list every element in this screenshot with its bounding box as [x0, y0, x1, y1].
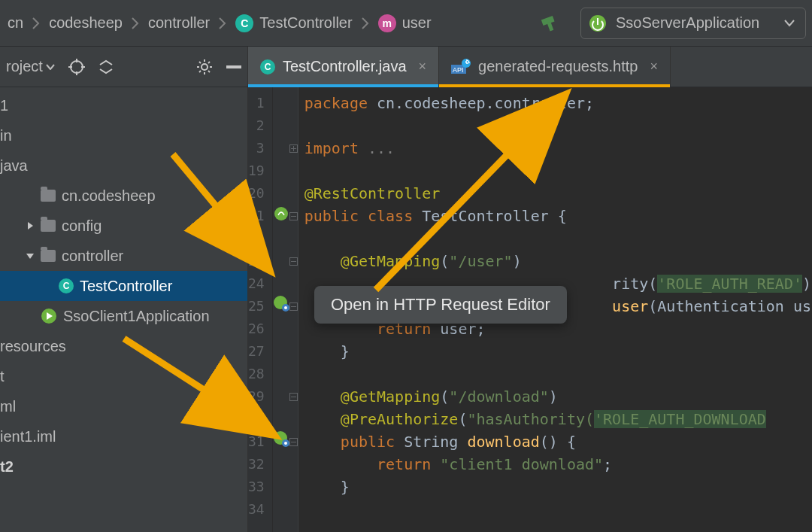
line-number: 25: [248, 295, 265, 318]
svg-line-16: [208, 62, 210, 63]
fold-toggle-icon[interactable]: [289, 212, 298, 220]
tree-row[interactable]: 1: [0, 90, 247, 120]
fold-toggle-icon[interactable]: [289, 438, 298, 446]
run-config-label: SsoServerApplication: [616, 14, 759, 32]
chevron-right-icon: [29, 17, 43, 29]
tree-row[interactable]: SsoClient1Application: [0, 301, 247, 331]
build-hammer-icon[interactable]: [538, 13, 561, 34]
run-config-selector[interactable]: SsoServerApplication: [580, 8, 806, 39]
code-line: package cn.codesheep.controller;: [304, 94, 594, 112]
svg-line-15: [199, 71, 201, 72]
spring-boot-icon: [589, 14, 607, 32]
chevron-down-icon: [46, 64, 55, 70]
code-line: import ...: [304, 139, 395, 157]
line-number: 21: [248, 205, 265, 227]
tree-label: t2: [0, 458, 14, 476]
code-line: @GetMapping("/download"): [304, 388, 558, 406]
fold-toggle-icon[interactable]: [289, 144, 298, 153]
tree-label: controller: [62, 248, 123, 265]
project-tool-label[interactable]: roject: [6, 58, 55, 75]
chevron-right-icon: [359, 17, 372, 29]
svg-line-13: [199, 62, 201, 63]
tree-label: 1: [0, 97, 8, 114]
editor-tabs: C TestController.java × API generated-re…: [248, 47, 812, 87]
line-number: 23: [248, 250, 265, 272]
code-line: return "client1 download";: [304, 455, 612, 473]
line-number: 24: [248, 272, 265, 295]
svg-text:API: API: [453, 66, 464, 74]
gear-icon[interactable]: [196, 59, 213, 75]
hide-icon[interactable]: [226, 65, 241, 68]
chevron-right-icon: [129, 17, 142, 29]
tree-row[interactable]: controller: [0, 241, 247, 271]
tree-row[interactable]: t: [0, 361, 247, 391]
gutter-tooltip: Open in HTTP Request Editor: [314, 286, 567, 324]
spring-bean-icon[interactable]: [274, 205, 289, 227]
tree-row[interactable]: config: [0, 211, 247, 241]
svg-point-28: [284, 306, 287, 309]
folder-icon: [41, 250, 56, 262]
spring-endpoint-icon[interactable]: [273, 295, 289, 318]
chevron-down-icon: [784, 20, 795, 27]
breadcrumb-item[interactable]: m user: [374, 13, 436, 34]
tree-label: SsoClient1Application: [63, 308, 210, 325]
svg-point-3: [71, 61, 83, 73]
line-number: 32: [248, 453, 265, 476]
breadcrumb-item[interactable]: C TestController: [231, 13, 356, 34]
tree-row[interactable]: java: [0, 150, 247, 181]
project-tool-text: roject: [6, 58, 43, 75]
code-line: }: [304, 478, 350, 496]
top-toolbar: cn codesheep controller C TestController…: [0, 0, 812, 47]
spring-endpoint-icon[interactable]: [273, 430, 289, 453]
editor-tab[interactable]: C TestController.java ×: [248, 47, 439, 87]
tree-row[interactable]: t2: [0, 451, 247, 482]
tree-label: cn.codesheep: [62, 187, 156, 205]
close-icon[interactable]: ×: [419, 59, 427, 74]
gutter-fold[interactable]: [289, 87, 298, 532]
line-number: 28: [248, 363, 265, 385]
code-line: @PreAuthorize("hasAuthority('ROLE_AUTH_D…: [304, 410, 766, 428]
line-number: 26: [248, 318, 265, 340]
line-number: 33: [248, 476, 265, 498]
tree-row[interactable]: in: [0, 120, 247, 150]
tree-row[interactable]: CTestController: [0, 271, 247, 301]
tree-label: java: [0, 157, 28, 175]
breadcrumb-item[interactable]: cn: [3, 13, 28, 33]
line-number: 29: [248, 385, 265, 408]
breadcrumb-label: user: [402, 14, 432, 32]
tree-label: resources: [0, 338, 66, 355]
fold-toggle-icon[interactable]: [289, 302, 298, 311]
tree-label: ient1.iml: [0, 428, 56, 445]
fold-toggle-icon[interactable]: [289, 257, 298, 266]
folder-icon: [41, 220, 56, 232]
svg-point-25: [274, 207, 288, 220]
breadcrumb-item[interactable]: codesheep: [44, 13, 127, 33]
tree-disclosure-icon[interactable]: [26, 251, 35, 260]
line-number: 1: [248, 92, 265, 114]
project-tree[interactable]: 1injavacn.codesheepconfigcontrollerCTest…: [0, 87, 248, 532]
svg-line-14: [208, 71, 210, 72]
line-number: 27: [248, 340, 265, 363]
fold-toggle-icon[interactable]: [289, 393, 298, 401]
breadcrumb-item[interactable]: controller: [144, 13, 214, 33]
folder-icon: [41, 190, 56, 202]
editor-tab[interactable]: API generated-requests.http ×: [439, 47, 671, 87]
line-number: 22: [248, 227, 265, 250]
class-icon: C: [59, 278, 74, 293]
target-icon[interactable]: [68, 59, 85, 75]
code-line: }: [304, 342, 350, 360]
tree-row[interactable]: cn.codesheep: [0, 181, 247, 211]
tree-row[interactable]: ient1.iml: [0, 421, 247, 451]
http-api-icon: API: [451, 59, 471, 75]
tree-row[interactable]: resources: [0, 331, 247, 361]
line-number: 31: [248, 430, 265, 453]
code-line: @RestController: [304, 184, 441, 202]
line-number: 19: [248, 160, 265, 182]
close-icon[interactable]: ×: [650, 59, 658, 74]
editor-tab-label: TestController.java: [283, 58, 407, 75]
expand-all-icon[interactable]: [98, 59, 114, 74]
tree-row[interactable]: ml: [0, 391, 247, 421]
spring-run-icon: [41, 308, 57, 324]
chevron-right-icon: [216, 17, 229, 29]
tree-disclosure-icon[interactable]: [26, 221, 35, 230]
